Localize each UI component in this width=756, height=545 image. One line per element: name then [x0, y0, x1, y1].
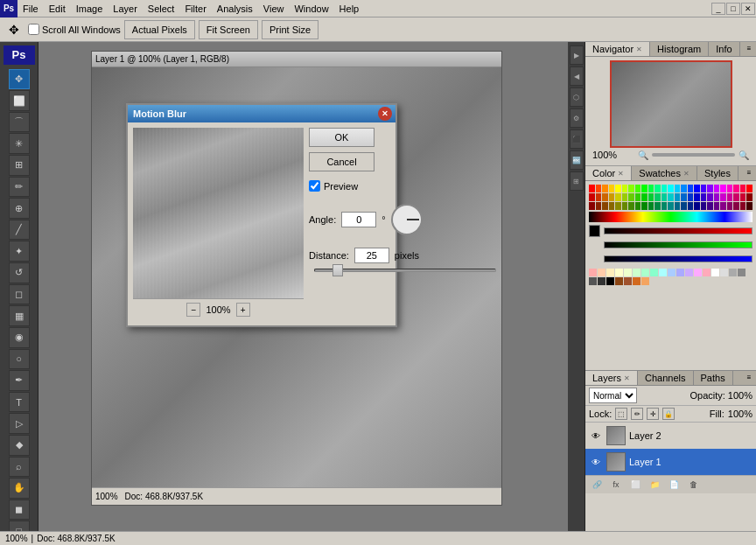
layer-new-button[interactable]: 📄	[666, 478, 682, 492]
layer-delete-button[interactable]: 🗑	[685, 478, 701, 492]
color-swatch[interactable]	[622, 193, 628, 201]
navigator-options-button[interactable]: ≡	[742, 42, 756, 54]
small-swatch[interactable]	[606, 269, 614, 276]
color-swatch[interactable]	[733, 202, 739, 210]
color-swatch[interactable]	[675, 202, 681, 210]
layer-link-button[interactable]: 🔗	[589, 478, 605, 492]
color-swatch[interactable]	[654, 202, 661, 210]
small-swatch[interactable]	[668, 269, 676, 276]
small-swatch[interactable]	[624, 269, 632, 276]
color-swatch[interactable]	[615, 193, 621, 201]
layer-row-1[interactable]: 👁 Layer 1	[585, 449, 756, 475]
lock-transparent-icon[interactable]: ⬚	[615, 408, 627, 420]
nav-zoom-out-icon[interactable]: 🔍	[638, 150, 648, 160]
strip-button-7[interactable]: ⊞	[570, 171, 584, 191]
lasso-tool[interactable]: ⌒	[9, 112, 30, 133]
color-swatch[interactable]	[641, 193, 648, 201]
color-swatch[interactable]	[681, 202, 687, 210]
menu-layer[interactable]: Layer	[108, 3, 143, 15]
scroll-all-windows-input[interactable]	[28, 24, 39, 35]
pen-tool[interactable]: ✒	[9, 370, 30, 391]
brush-tool[interactable]: ╱	[9, 220, 30, 241]
lock-image-icon[interactable]: ✏	[631, 408, 643, 420]
color-swatch[interactable]	[628, 193, 634, 201]
tab-color[interactable]: Color ✕	[585, 166, 632, 180]
history-brush-tool[interactable]: ↺	[9, 262, 30, 283]
magic-wand-tool[interactable]: ✳	[9, 133, 30, 154]
gradient-tool[interactable]: ▦	[9, 305, 30, 326]
color-swatch[interactable]	[602, 193, 608, 201]
lock-position-icon[interactable]: ✛	[647, 408, 659, 420]
color-tab-close[interactable]: ✕	[618, 170, 624, 178]
menu-filter[interactable]: Filter	[179, 3, 211, 15]
layer-new-group-button[interactable]: 📁	[647, 478, 662, 492]
small-swatch[interactable]	[659, 269, 667, 276]
layer-2-visibility[interactable]: 👁	[589, 429, 603, 443]
layer-mask-button[interactable]: ⬜	[627, 478, 643, 492]
small-swatch[interactable]	[633, 277, 640, 285]
color-options-button[interactable]: ≡	[742, 166, 756, 178]
color-swatch[interactable]	[662, 193, 668, 201]
color-swatch[interactable]	[714, 185, 720, 192]
clone-tool[interactable]: ✦	[9, 241, 30, 262]
dialog-close-button[interactable]: ✕	[378, 107, 392, 121]
color-swatch[interactable]	[740, 193, 746, 201]
layers-tab-close[interactable]: ✕	[624, 374, 630, 382]
color-swatch[interactable]	[641, 185, 648, 192]
color-swatch[interactable]	[628, 185, 634, 192]
color-swatch[interactable]	[694, 193, 700, 201]
zoom-out-button[interactable]: −	[186, 303, 200, 317]
color-swatch[interactable]	[701, 202, 707, 210]
small-swatch[interactable]	[694, 269, 702, 276]
color-swatch[interactable]	[746, 185, 752, 192]
color-swatch[interactable]	[720, 202, 726, 210]
layer-row-2[interactable]: 👁 Layer 2	[585, 423, 756, 449]
color-swatch[interactable]	[707, 185, 713, 192]
nav-zoom-in-icon[interactable]: 🔍	[738, 150, 749, 160]
small-swatch[interactable]	[703, 269, 710, 276]
distance-slider-track[interactable]	[314, 269, 496, 272]
small-swatch[interactable]	[641, 269, 649, 276]
red-slider[interactable]	[604, 227, 752, 234]
color-swatch[interactable]	[589, 202, 595, 210]
scroll-all-windows-checkbox[interactable]: Scroll All Windows	[28, 24, 121, 35]
path-select-tool[interactable]: ▷	[9, 413, 30, 434]
color-swatch[interactable]	[740, 202, 746, 210]
color-swatch[interactable]	[746, 193, 752, 201]
color-swatch[interactable]	[662, 185, 668, 192]
tab-channels[interactable]: Channels	[638, 371, 693, 385]
fit-screen-button[interactable]: Fit Screen	[199, 20, 258, 39]
color-swatch[interactable]	[654, 193, 661, 201]
move-tool[interactable]: ✥	[9, 69, 30, 90]
heal-tool[interactable]: ⊕	[9, 198, 30, 219]
strip-button-4[interactable]: ⚙	[570, 108, 584, 128]
color-swatch[interactable]	[727, 185, 733, 192]
color-swatch[interactable]	[681, 193, 687, 201]
color-swatch[interactable]	[733, 185, 739, 192]
color-swatch[interactable]	[589, 185, 595, 192]
color-swatch[interactable]	[668, 185, 674, 192]
distance-slider-thumb[interactable]	[332, 264, 343, 276]
color-swatch[interactable]	[635, 185, 641, 192]
navigator-tab-close[interactable]: ✕	[636, 45, 642, 53]
layer-effects-button[interactable]: fx	[608, 478, 624, 492]
color-swatch[interactable]	[648, 193, 654, 201]
small-swatch[interactable]	[633, 269, 640, 276]
tab-layers[interactable]: Layers ✕	[585, 371, 638, 385]
small-swatch[interactable]	[729, 269, 737, 276]
color-swatch[interactable]	[701, 193, 707, 201]
maximize-button[interactable]: □	[726, 3, 740, 15]
marquee-rect-tool[interactable]: ⬜	[9, 90, 30, 111]
hand-tool[interactable]: ✋	[9, 478, 30, 499]
color-swatch[interactable]	[596, 202, 602, 210]
strip-button-2[interactable]: ◀	[570, 66, 584, 86]
color-swatch[interactable]	[609, 202, 615, 210]
color-swatch[interactable]	[720, 185, 726, 192]
actual-pixels-button[interactable]: Actual Pixels	[124, 20, 195, 39]
color-swatch[interactable]	[609, 193, 615, 201]
layer-1-visibility[interactable]: 👁	[589, 455, 603, 469]
menu-select[interactable]: Select	[143, 3, 180, 15]
color-swatch[interactable]	[662, 202, 668, 210]
menu-view[interactable]: View	[258, 3, 290, 15]
menu-edit[interactable]: Edit	[44, 3, 71, 15]
